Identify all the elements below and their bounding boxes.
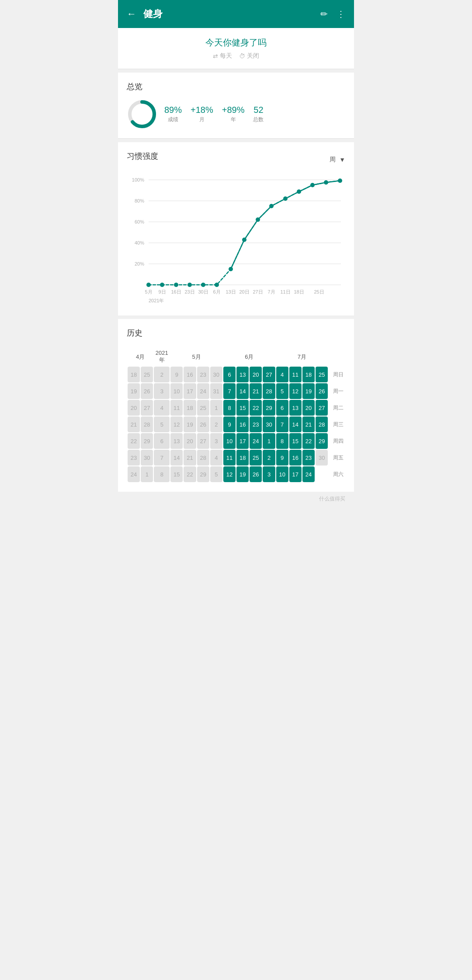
stat-total-value: 52 [253, 105, 264, 115]
svg-text:5月: 5月 [145, 289, 152, 294]
calendar-cell: 21 [184, 450, 196, 466]
back-button[interactable]: ← [127, 8, 136, 20]
calendar-cell: 7 [276, 416, 288, 432]
habit-card: 今天你健身了吗 ⇄ 每天 ⏱ 关闭 [118, 28, 354, 69]
calendar-cell: 26 [250, 466, 262, 482]
svg-text:40%: 40% [135, 240, 144, 245]
calendar-row: 23307142128411182529162330周五 [128, 450, 344, 466]
svg-text:27日: 27日 [253, 289, 263, 294]
calendar-row: 20274111825181522296132027周二 [128, 400, 344, 416]
calendar-cell: 13 [170, 433, 183, 449]
calendar-cell: 19 [302, 383, 315, 399]
svg-text:16日: 16日 [171, 289, 181, 294]
svg-text:25日: 25日 [314, 289, 324, 294]
calendar-cell: 7 [223, 383, 236, 399]
calendar-cell: 6 [223, 367, 236, 382]
alarm-icon: ⏱ [239, 52, 245, 60]
calendar-cell: 15 [236, 400, 249, 416]
watermark: 什么值得买 [118, 492, 354, 506]
svg-point-24 [297, 189, 301, 194]
stat-year-label: 年 [222, 116, 245, 123]
calendar-cell: 20 [128, 400, 140, 416]
calendar-cell: 21 [302, 416, 315, 432]
calendar-cell: 20 [302, 400, 315, 416]
calendar-cell: 18 [236, 450, 249, 466]
calendar-cell: 22 [302, 433, 315, 449]
stat-score-label: 成绩 [164, 116, 182, 123]
calendar-cell: 30 [263, 416, 275, 432]
edit-button[interactable]: ✏ [320, 9, 328, 19]
calendar-cell: 16 [236, 416, 249, 432]
calendar-cell: 29 [141, 433, 153, 449]
month-jul: 7月 [276, 346, 328, 366]
habit-alarm: ⏱ 关闭 [239, 52, 259, 60]
more-menu-button[interactable]: ⋮ [337, 9, 345, 19]
calendar-cell: 4 [276, 367, 288, 382]
calendar-cell: 1 [263, 433, 275, 449]
calendar-cell: 3 [210, 433, 222, 449]
calendar-cell: 7 [154, 450, 170, 466]
svg-text:23日: 23日 [184, 289, 194, 294]
day-of-week-label: 周日 [329, 367, 344, 382]
calendar-cell: 27 [141, 400, 153, 416]
calendar-cell: 5 [154, 416, 170, 432]
calendar-cell: 31 [210, 383, 222, 399]
calendar-cell: 26 [141, 383, 153, 399]
stat-score-value: 89% [164, 105, 182, 115]
history-card: 历史 4月 2021年 5月 6月 7月 1825291623306132027… [118, 319, 354, 492]
calendar-cell: 29 [316, 433, 328, 449]
calendar-cell: 29 [197, 466, 209, 482]
calendar-cell: 26 [316, 383, 328, 399]
calendar-scroll[interactable]: 4月 2021年 5月 6月 7月 1825291623306132027411… [127, 345, 345, 483]
calendar-cell: 14 [170, 450, 183, 466]
day-of-week-label: 周六 [329, 466, 344, 482]
svg-point-23 [283, 196, 288, 201]
svg-text:60%: 60% [135, 219, 144, 224]
header: ← 健身 ✏ ⋮ [118, 0, 354, 28]
calendar-cell: 18 [302, 367, 315, 382]
calendar-cell: 21 [128, 416, 140, 432]
calendar-cell: 22 [128, 433, 140, 449]
calendar-cell: 2 [210, 416, 222, 432]
calendar-cell: 25 [250, 450, 262, 466]
calendar-cell: 8 [154, 466, 170, 482]
overview-stats: 89% 成绩 +18% 月 +89% 年 52 总数 [127, 99, 345, 130]
calendar-cell: 6 [276, 400, 288, 416]
svg-point-14 [160, 283, 164, 287]
stat-year: +89% 年 [222, 105, 245, 123]
calendar-cell: 25 [141, 367, 153, 382]
period-label: 周 [330, 156, 336, 164]
strength-header: 习惯强度 周 ▼ [127, 151, 345, 168]
calendar-cell: 20 [184, 433, 196, 449]
calendar-cell: 24 [197, 383, 209, 399]
svg-text:6月: 6月 [213, 289, 220, 294]
calendar-row: 21285121926291623307142128周三 [128, 416, 344, 432]
calendar-cell [316, 466, 328, 482]
svg-point-17 [201, 283, 205, 287]
calendar-cell: 30 [316, 450, 328, 466]
calendar-cell: 14 [236, 383, 249, 399]
calendar-cell: 6 [154, 433, 170, 449]
svg-point-15 [174, 283, 178, 287]
stat-month-value: +18% [191, 105, 213, 115]
repeat-icon: ⇄ [213, 52, 218, 60]
calendar-cell: 1 [210, 400, 222, 416]
svg-text:2021年: 2021年 [149, 298, 164, 303]
overview-title: 总览 [127, 81, 345, 92]
svg-text:9日: 9日 [158, 289, 166, 294]
calendar-cell: 30 [210, 367, 222, 382]
year-label: 2021年 [154, 346, 170, 366]
stat-score: 89% 成绩 [164, 105, 182, 123]
period-selector[interactable]: 周 ▼ [330, 156, 345, 164]
svg-text:30日: 30日 [198, 289, 208, 294]
calendar-cell: 19 [184, 416, 196, 432]
calendar-cell: 27 [197, 433, 209, 449]
day-of-week-label: 周三 [329, 416, 344, 432]
day-of-week-label: 周四 [329, 433, 344, 449]
stat-total-label: 总数 [253, 116, 264, 123]
svg-point-27 [338, 178, 342, 183]
habit-repeat: ⇄ 每天 [213, 52, 232, 60]
calendar-cell: 9 [170, 367, 183, 382]
calendar-cell: 17 [236, 433, 249, 449]
calendar-cell: 11 [223, 450, 236, 466]
